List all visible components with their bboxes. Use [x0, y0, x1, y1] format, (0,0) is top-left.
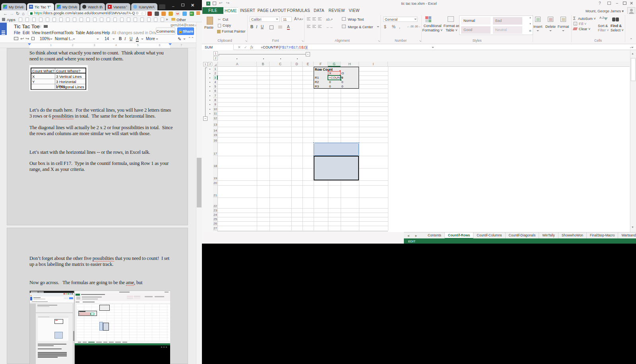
- style-bad[interactable]: Bad: [493, 17, 522, 25]
- row-header-12[interactable]: 12: [213, 116, 218, 120]
- bookmark-item[interactable]: [140, 17, 144, 22]
- extension-icon[interactable]: [161, 12, 166, 16]
- back-button[interactable]: ←: [3, 11, 8, 16]
- format-button[interactable]: Format: [556, 25, 570, 29]
- format-painter-button[interactable]: Format Painter: [222, 29, 246, 33]
- menu-tools[interactable]: Tools: [64, 31, 74, 35]
- sort-filter-button2[interactable]: Filter ˅: [598, 28, 609, 32]
- bookmark-item[interactable]: [120, 17, 124, 22]
- extension-icon[interactable]: [182, 12, 187, 16]
- redo-icon[interactable]: ↪: [25, 36, 29, 41]
- wrap-text-button[interactable]: Wrap Text: [348, 17, 364, 21]
- insert-button[interactable]: Insert: [531, 25, 545, 29]
- row-header-10[interactable]: 10: [213, 106, 218, 111]
- undo-icon[interactable]: ↩: [20, 36, 24, 41]
- column-header-F[interactable]: F: [314, 62, 328, 67]
- row-outline-collapse[interactable]: −: [203, 116, 207, 121]
- underline-button[interactable]: U: [130, 37, 132, 41]
- chrome-minimize-button[interactable]: –: [172, 4, 175, 8]
- currency-icon[interactable]: $: [384, 25, 386, 29]
- menu-add-ons[interactable]: Add-ons: [86, 31, 101, 35]
- bold-button[interactable]: B: [250, 25, 253, 29]
- fill-color-icon[interactable]: [278, 25, 282, 29]
- col-outline-collapse[interactable]: −: [306, 52, 310, 56]
- find-select-button[interactable]: Find &: [611, 24, 622, 28]
- dialog-launcher[interactable]: ↘: [419, 39, 421, 43]
- column-header-I[interactable]: I: [359, 62, 388, 67]
- sort-filter-button[interactable]: Sort &: [598, 24, 608, 28]
- extension-icon[interactable]: [155, 12, 159, 16]
- formula-input[interactable]: =COUNTIF(F$17:H$17,G$2)|: [261, 45, 308, 50]
- row-header-14[interactable]: 14: [213, 127, 218, 133]
- dialog-launcher[interactable]: ↘: [378, 39, 380, 43]
- font-name-select[interactable]: Calibri: [250, 17, 280, 22]
- menu-format[interactable]: Format: [52, 31, 64, 35]
- increase-decimal-icon[interactable]: ←.00: [407, 25, 414, 28]
- bookmark-item[interactable]: [80, 17, 83, 22]
- bookmark-item[interactable]: [147, 17, 151, 22]
- bookmark-item[interactable]: [134, 17, 137, 22]
- print-icon[interactable]: [14, 37, 18, 40]
- column-header-G[interactable]: G: [328, 62, 341, 67]
- ribbon-tab-formulas[interactable]: FORMULAS: [287, 7, 310, 14]
- row-header-26[interactable]: 26: [213, 221, 218, 226]
- bookmark-item[interactable]: [161, 17, 164, 22]
- merge-center-button[interactable]: Merge & Center: [348, 25, 373, 29]
- row-header-11[interactable]: 11: [213, 111, 218, 116]
- minimize-button[interactable]: −: [616, 1, 618, 6]
- bookmark-item[interactable]: [46, 17, 49, 22]
- row-header-21[interactable]: 21: [213, 185, 218, 197]
- tab-close-icon[interactable]: ×: [21, 4, 23, 8]
- row-header-17[interactable]: 17: [213, 143, 218, 156]
- enter-icon[interactable]: ✓: [244, 45, 247, 50]
- align-icon[interactable]: [312, 17, 316, 21]
- bookmark-item[interactable]: [19, 17, 22, 22]
- formula-expand-icon[interactable]: ⌄: [629, 45, 632, 49]
- doc-scrollbar-thumb[interactable]: [197, 158, 202, 207]
- edit-mode-icon[interactable]: ✎: [178, 37, 181, 42]
- row-header-4[interactable]: 4: [213, 80, 218, 84]
- apps-label[interactable]: Apps: [7, 17, 16, 22]
- v-scroll-thumb[interactable]: [631, 58, 636, 81]
- style-normal[interactable]: Normal: [461, 17, 491, 25]
- column-header-H[interactable]: H: [341, 62, 359, 67]
- font-size-select[interactable]: 11: [281, 17, 292, 22]
- sheet-tab-countif-diagonals[interactable]: Countif-Diagonals: [506, 232, 539, 239]
- align-icon[interactable]: [312, 25, 316, 28]
- row-header-2[interactable]: 2: [213, 71, 218, 76]
- indent-icons[interactable]: ←→: [326, 25, 333, 29]
- home-button[interactable]: ⌂: [22, 11, 25, 16]
- star-icon[interactable]: ☆: [38, 24, 42, 29]
- extension-icon[interactable]: 30: [190, 12, 194, 16]
- underline-button[interactable]: U: [261, 25, 264, 29]
- sheet-tab-wartsandall[interactable]: WartsandAll: [618, 232, 636, 239]
- row-header-23[interactable]: 23: [213, 208, 218, 213]
- comments-button[interactable]: Comments: [156, 27, 175, 35]
- browser-tab[interactable]: IUanyWA×: [131, 3, 157, 10]
- tab-close-icon[interactable]: ×: [49, 4, 51, 8]
- paint-format-icon[interactable]: [31, 37, 35, 40]
- collapse-ribbon-icon[interactable]: ⌃: [630, 38, 633, 42]
- row-outline-level-1[interactable]: 1: [203, 62, 207, 66]
- row-header-5[interactable]: 5: [213, 84, 218, 89]
- bookmark-item[interactable]: [39, 17, 43, 22]
- row-header-9[interactable]: 9: [213, 102, 218, 106]
- bookmark-item[interactable]: [32, 17, 36, 22]
- ribbon-tab-view[interactable]: VIEW: [346, 7, 363, 14]
- row-header-7[interactable]: 7: [213, 93, 218, 98]
- font-color-icon[interactable]: A: [287, 25, 290, 30]
- browser-tab[interactable]: Tic Tac T×: [27, 3, 54, 10]
- zoom-select[interactable]: 100%: [40, 37, 50, 41]
- new-tab-button[interactable]: [159, 4, 165, 9]
- orientation-icon[interactable]: ab↗: [326, 17, 333, 21]
- extension-icon[interactable]: [169, 12, 173, 16]
- bookmark-item[interactable]: [66, 17, 70, 22]
- percent-icon[interactable]: %: [392, 25, 396, 29]
- bookmark-item[interactable]: [52, 17, 56, 22]
- col-outline-level-2[interactable]: 2: [213, 56, 218, 60]
- bold-button[interactable]: B: [119, 37, 122, 41]
- ribbon-tab-data[interactable]: DATA: [310, 7, 328, 14]
- sheet-tab-wintally[interactable]: WinTally: [539, 232, 558, 239]
- bookmark-item[interactable]: [73, 17, 76, 22]
- menu-edit[interactable]: Edit: [23, 31, 29, 35]
